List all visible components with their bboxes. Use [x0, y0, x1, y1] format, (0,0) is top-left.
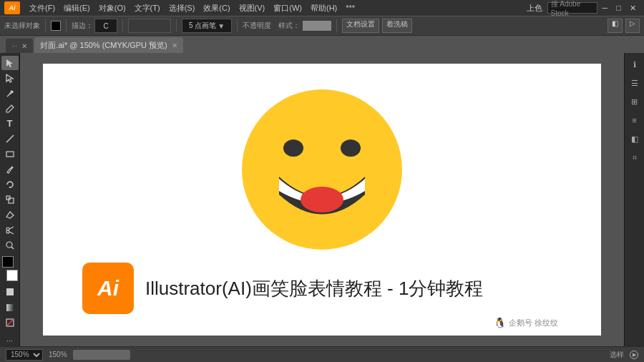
color-mode-label: 上色: [523, 2, 546, 14]
swatches-btn[interactable]: ≡: [626, 112, 643, 129]
pencil-tool[interactable]: [1, 102, 19, 116]
svg-rect-12: [6, 304, 14, 311]
zoom-label: 150%: [49, 351, 67, 358]
tab-inactive[interactable]: ··· ✕: [6, 39, 33, 53]
layers-btn[interactable]: ⊞: [626, 93, 643, 110]
brush-size-select[interactable]: 5 点画笔 ▼: [182, 19, 232, 33]
svg-point-6: [6, 230, 9, 233]
background-color[interactable]: [6, 270, 18, 281]
watermark-area: Ai Illustrator(AI)画笑脸表情教程 - 1分钟教程: [82, 263, 565, 314]
mode-btn[interactable]: ◧: [608, 19, 623, 33]
tab-close-inactive[interactable]: ✕: [21, 42, 27, 50]
menu-view[interactable]: 视图(V): [235, 2, 269, 14]
symbols-btn[interactable]: ⌗: [626, 149, 643, 166]
svg-line-7: [9, 227, 14, 229]
brushes-btn[interactable]: ◧: [626, 130, 643, 147]
toolbar: 未选择对象 描边： C 5 点画笔 ▼ 不透明度 样式： 文档设置 着洗稿 ◧ …: [0, 16, 644, 36]
divider-6: [336, 19, 337, 32]
zoom-select[interactable]: 150%: [6, 349, 43, 361]
menu-select[interactable]: 选择(S): [165, 2, 199, 14]
opacity-label: 不透明度: [243, 21, 271, 31]
tutorial-title: Illustrator(AI)画笑脸表情教程 - 1分钟教程: [145, 276, 483, 301]
minimize-btn[interactable]: ─: [599, 3, 612, 13]
selection-tool[interactable]: [1, 56, 19, 70]
tab-close-active[interactable]: ✕: [172, 41, 177, 49]
svg-line-1: [6, 135, 14, 142]
tencent-text: 企鹅号 徐纹纹: [509, 318, 558, 328]
menu-extra[interactable]: ***: [342, 3, 358, 13]
foreground-color[interactable]: [2, 256, 14, 268]
preview-btn[interactable]: 着洗稿: [382, 19, 412, 33]
stroke-selector[interactable]: C: [94, 19, 117, 33]
canvas-area: Ai Illustrator(AI)画笑脸表情教程 - 1分钟教程 🐧 企鹅号 …: [20, 53, 624, 346]
left-toolbar: T: [0, 53, 20, 346]
color-selector[interactable]: [2, 256, 18, 281]
tab-bar: ··· ✕ 封面.ai* @ 150% (CMYK/GPU 预览) ✕: [0, 36, 644, 53]
menu-effect[interactable]: 效果(C): [200, 2, 233, 14]
tencent-icon: 🐧: [494, 317, 506, 328]
eraser-tool[interactable]: [1, 207, 19, 222]
svg-rect-11: [6, 288, 14, 295]
svg-line-14: [6, 319, 14, 326]
ai-big-logo-text: Ai: [97, 276, 119, 300]
gradient-mode[interactable]: [1, 300, 19, 314]
canvas: Ai Illustrator(AI)画笑脸表情教程 - 1分钟教程 🐧 企鹅号 …: [43, 64, 601, 336]
rect-tool[interactable]: [1, 147, 19, 161]
menu-bar: Ai 文件(F) 编辑(E) 对象(O) 文字(T) 选择(S) 效果(C) 视…: [0, 0, 644, 16]
divider-4: [176, 19, 177, 32]
right-toolbar: ℹ ☰ ⊞ ≡ ◧ ⌗: [624, 53, 644, 346]
menu-help[interactable]: 帮助(H): [307, 2, 341, 14]
svg-line-10: [11, 247, 14, 249]
tab-active-label: 封面.ai* @ 150% (CMYK/GPU 预览): [40, 40, 167, 51]
menu-window[interactable]: 窗口(W): [270, 2, 306, 14]
more-tools[interactable]: ···: [6, 333, 13, 346]
artboard-label: 选样: [610, 350, 624, 360]
svg-line-8: [9, 232, 14, 234]
style-swatch[interactable]: [303, 21, 331, 31]
svg-point-5: [6, 228, 9, 230]
svg-rect-3: [9, 198, 14, 203]
main-area: T: [0, 53, 644, 346]
fill-mode[interactable]: [1, 285, 19, 299]
doc-settings-btn[interactable]: 文档设置: [342, 19, 379, 33]
line-tool[interactable]: [1, 132, 19, 146]
status-bar: 150% 150% 选样 ▶: [0, 346, 644, 362]
tencent-watermark: 🐧 企鹅号 徐纹纹: [494, 317, 558, 328]
svg-point-0: [11, 90, 13, 92]
emoji-face: [236, 84, 408, 255]
divider-3: [122, 19, 123, 32]
brush-tool[interactable]: [1, 162, 19, 177]
scale-tool[interactable]: [1, 192, 19, 207]
menu-file[interactable]: 文件(F): [26, 2, 59, 14]
arrange-btn[interactable]: ▷: [625, 19, 640, 33]
play-btn[interactable]: ▶: [630, 351, 638, 359]
style-label: 样式：: [278, 21, 300, 31]
fill-color[interactable]: [51, 21, 61, 31]
pen-tool[interactable]: [1, 86, 19, 100]
none-mode[interactable]: [1, 315, 19, 330]
scissors-tool[interactable]: [1, 222, 19, 237]
type-tool[interactable]: T: [1, 117, 19, 131]
properties-btn[interactable]: ℹ: [626, 56, 643, 73]
svg-point-9: [6, 242, 12, 248]
menu-text[interactable]: 文字(T): [131, 2, 164, 14]
no-select-label: 未选择对象: [4, 21, 40, 31]
divider-5: [237, 19, 238, 32]
menu-edit[interactable]: 编辑(E): [60, 2, 94, 14]
libraries-btn[interactable]: ☰: [626, 74, 643, 92]
tab-active[interactable]: 封面.ai* @ 150% (CMYK/GPU 预览) ✕: [34, 37, 182, 53]
stroke-label: 描边：: [72, 21, 93, 31]
direct-selection-tool[interactable]: [1, 71, 19, 85]
stock-search[interactable]: 搜 Adobe Stock: [551, 0, 594, 17]
menu-object[interactable]: 对象(O): [95, 2, 130, 14]
close-btn[interactable]: ✕: [626, 3, 640, 14]
maximize-btn[interactable]: □: [613, 3, 625, 13]
app-logo: Ai: [4, 1, 20, 14]
rotate-tool[interactable]: [1, 177, 19, 192]
svg-rect-2: [6, 152, 14, 157]
brush-preview: [128, 19, 171, 33]
svg-point-18: [301, 187, 343, 212]
scroll-indicator: [73, 350, 130, 360]
zoom-tool[interactable]: [1, 238, 19, 253]
divider-1: [45, 19, 46, 32]
